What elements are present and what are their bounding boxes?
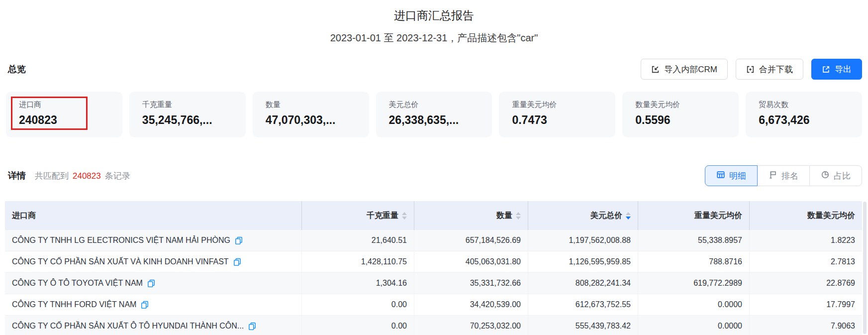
importer-name-link[interactable]: CÔNG TY TNHH LG ELECTRONICS VIỆT NAM HẢI… (12, 236, 230, 245)
tab-proportion-label: 占比 (834, 170, 851, 182)
export-icon (822, 65, 830, 74)
sort-carets-icon[interactable] (516, 212, 521, 220)
ranking-icon (769, 170, 777, 182)
overview-bar: 总览 导入内部CRM 合并下载 (0, 59, 868, 80)
card-value: 0.7473 (512, 113, 607, 127)
merge-icon (746, 65, 755, 74)
importer-name-link[interactable]: CÔNG TY Ô TÔ TOYOTA VIỆT NAM (12, 279, 143, 288)
card-value: 47,070,303,... (266, 113, 361, 127)
importer-name-link[interactable]: CÔNG TY CỔ PHẦN SẢN XUẤT VÀ KINH DOANH V… (12, 257, 229, 266)
copy-icon[interactable] (141, 301, 149, 309)
sort-carets-icon[interactable] (402, 212, 407, 220)
copy-icon[interactable] (147, 279, 155, 287)
card-trade-count[interactable]: 贸易次数 6,673,426 (746, 92, 862, 137)
cell-usd-per-qty: 7.9063 (750, 316, 862, 335)
cell-total-usd: 808,282,241.34 (528, 273, 638, 294)
card-label: 千克重量 (142, 100, 238, 110)
import-crm-label: 导入内部CRM (664, 64, 717, 75)
column-header-weight-kg[interactable]: 千克重量 (302, 201, 414, 230)
card-value: 35,245,766,... (142, 113, 238, 127)
page-title: 进口商汇总报告 (0, 8, 868, 23)
cell-weight-kg: 21,640.51 (302, 230, 414, 251)
cell-total-usd: 555,439,783.42 (528, 316, 638, 335)
view-tabs: 明细 排名 占比 (705, 165, 862, 186)
merge-download-button[interactable]: 合并下载 (736, 59, 803, 80)
column-header-importer: 进口商 (5, 201, 302, 230)
detail-summary: 详情 共匹配到 240823 条记录 (8, 170, 130, 182)
tab-ranking-label: 排名 (781, 170, 798, 182)
card-value: 0.5596 (635, 113, 731, 127)
summary-cards: 进口商 240823 千克重量 35,245,766,... 数量 47,070… (0, 92, 868, 137)
cell-usd-per-qty: 2.7813 (750, 251, 862, 272)
card-weight-kg[interactable]: 千克重量 35,245,766,... (129, 92, 246, 137)
card-label: 美元总价 (389, 100, 484, 110)
table-header-row: 进口商 千克重量 数量 美元总价 重量美元均价 数量美元均价 (5, 201, 862, 230)
cell-total-usd: 1,197,562,008.88 (528, 230, 638, 251)
column-header-usd-per-qty: 数量美元均价 (750, 201, 862, 230)
table-row[interactable]: CÔNG TY TNHH FORD VIỆT NAM 0.00 34,420,5… (5, 294, 862, 316)
match-count: 240823 (73, 171, 101, 181)
report-date-range: 2023-01-01 至 2023-12-31，产品描述包含"car" (0, 31, 868, 45)
copy-icon[interactable] (248, 322, 256, 330)
card-usd-per-qty[interactable]: 数量美元均价 0.5596 (622, 92, 739, 137)
cell-quantity: 70,253,032.00 (414, 316, 528, 335)
copy-icon[interactable] (233, 258, 241, 266)
card-label: 数量美元均价 (635, 100, 731, 110)
card-usd-per-kg[interactable]: 重量美元均价 0.7473 (499, 92, 615, 137)
detail-bar: 详情 共匹配到 240823 条记录 明细 排名 (0, 165, 868, 186)
column-header-total-usd[interactable]: 美元总价 (528, 201, 638, 230)
export-button[interactable]: 导出 (811, 59, 862, 80)
tab-ranking[interactable]: 排名 (757, 165, 810, 186)
overview-actions: 导入内部CRM 合并下载 导出 (641, 59, 862, 80)
cell-quantity: 34,420,539.00 (414, 294, 528, 315)
card-quantity[interactable]: 数量 47,070,303,... (253, 92, 369, 137)
import-crm-button[interactable]: 导入内部CRM (641, 59, 728, 80)
importer-name-link[interactable]: CÔNG TY TNHH FORD VIỆT NAM (12, 300, 136, 309)
cell-quantity: 405,063,031.80 (414, 251, 528, 272)
merge-download-label: 合并下载 (759, 64, 793, 75)
cell-quantity: 657,184,526.69 (414, 230, 528, 251)
cell-usd-per-kg: 55,338.8957 (638, 230, 750, 251)
overview-section-label: 总览 (8, 63, 26, 75)
cell-usd-per-kg: 619,772.2989 (638, 273, 750, 294)
tab-proportion[interactable]: 占比 (809, 165, 862, 186)
table-row[interactable]: CÔNG TY CỔ PHẦN SẢN XUẤT VÀ KINH DOANH V… (5, 251, 862, 273)
table-row[interactable]: CÔNG TY CỔ PHẦN SẢN XUẤT Ô TÔ HYUNDAI TH… (5, 316, 862, 335)
table-row[interactable]: CÔNG TY Ô TÔ TOYOTA VIỆT NAM 1,304.16 35… (5, 273, 862, 294)
tab-detail-label: 明细 (729, 170, 746, 182)
column-header-quantity[interactable]: 数量 (414, 201, 528, 230)
detail-section-label: 详情 (8, 170, 26, 182)
match-prefix: 共匹配到 (35, 170, 69, 182)
cell-weight-kg: 0.00 (302, 316, 414, 335)
cell-quantity: 35,331,732.66 (414, 273, 528, 294)
card-value: 6,673,426 (759, 113, 854, 127)
cell-usd-per-qty: 17.7997 (750, 294, 862, 315)
match-suffix: 条记录 (105, 170, 130, 182)
cell-usd-per-kg: 788.8716 (638, 251, 750, 272)
cell-usd-per-qty: 1.8223 (750, 230, 862, 251)
card-label: 数量 (266, 100, 361, 110)
card-label: 重量美元均价 (512, 100, 607, 110)
card-importers[interactable]: 进口商 240823 (6, 92, 122, 137)
tab-detail[interactable]: 明细 (705, 165, 758, 186)
table-row[interactable]: CÔNG TY TNHH LG ELECTRONICS VIỆT NAM HẢI… (5, 230, 862, 251)
vertical-scrollbar[interactable] (863, 202, 867, 334)
card-label: 贸易次数 (759, 100, 854, 110)
card-total-usd[interactable]: 美元总价 26,338,635,... (376, 92, 492, 137)
cell-weight-kg: 1,304.16 (302, 273, 414, 294)
sort-carets-icon[interactable] (626, 212, 631, 220)
cell-total-usd: 1,126,595,959.85 (528, 251, 638, 272)
table-icon (716, 170, 725, 182)
column-header-usd-per-kg: 重量美元均价 (638, 201, 750, 230)
card-label: 进口商 (19, 100, 114, 110)
cell-usd-per-kg: 0.0000 (638, 294, 750, 315)
card-value: 240823 (19, 113, 114, 127)
card-value: 26,338,635,... (389, 113, 484, 127)
copy-icon[interactable] (235, 236, 243, 244)
importer-name-link[interactable]: CÔNG TY CỔ PHẦN SẢN XUẤT Ô TÔ HYUNDAI TH… (12, 322, 244, 331)
cell-total-usd: 612,673,752.55 (528, 294, 638, 315)
importer-table: 进口商 千克重量 数量 美元总价 重量美元均价 数量美元均价 CÔNG TY T… (5, 201, 862, 335)
cell-usd-per-kg: 0.0000 (638, 316, 750, 335)
export-label: 导出 (835, 64, 852, 75)
cell-usd-per-qty: 22.8769 (750, 273, 862, 294)
